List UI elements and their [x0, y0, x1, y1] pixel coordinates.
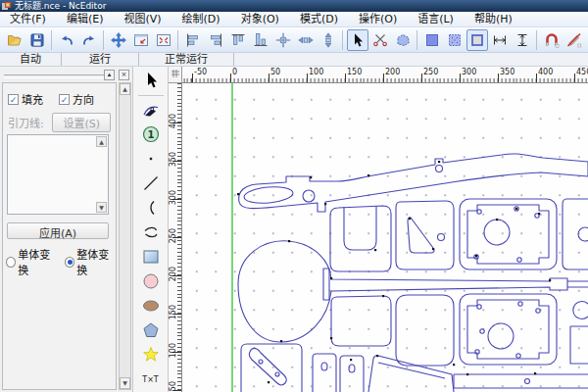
tool-circle[interactable] [138, 270, 164, 293]
toolbar-separator [536, 30, 537, 50]
menu-item-v[interactable]: 视图(V) [116, 12, 169, 26]
select-arrow-button[interactable] [347, 29, 368, 51]
cut-point-button[interactable] [369, 29, 391, 51]
vruler-label: 100 [169, 343, 177, 358]
menu-item-d[interactable]: 模式(D) [292, 12, 346, 26]
listbox-scroll-down-icon[interactable]: ▼ [96, 202, 107, 213]
menu-item-d[interactable]: 绘制(D) [174, 12, 228, 26]
polygon-tool-icon [142, 321, 160, 339]
fit-horizontal-icon [492, 32, 508, 48]
nudge-horizontal-button[interactable] [295, 29, 317, 51]
save-button[interactable] [26, 29, 48, 51]
hruler-label: 300 [462, 68, 476, 76]
panel-scroll-up-icon[interactable]: ▲ [120, 83, 130, 95]
no-lead-button[interactable] [564, 29, 585, 51]
radio-0[interactable]: 单体变换 [6, 246, 57, 277]
drawing-canvas[interactable] [182, 83, 588, 392]
lead-line-row: 引刀线: 设置(S) [8, 113, 111, 132]
lead-settings-button[interactable]: 设置(S) [52, 113, 111, 132]
nudge-horizontal-icon [298, 32, 314, 48]
align-left-button[interactable] [182, 29, 204, 51]
panel-scrollbar[interactable]: ▲ ▼ [119, 82, 131, 390]
undo-icon [59, 32, 74, 48]
rectangle-tool-icon [142, 248, 160, 266]
menu-item-o[interactable]: 操作(O) [351, 12, 405, 26]
tool-arc[interactable] [138, 196, 164, 220]
align-bottom-button[interactable] [250, 29, 271, 51]
menu-item-f[interactable]: 文件(F) [2, 12, 54, 26]
fit-vertical-button[interactable] [512, 29, 533, 51]
tool-text[interactable]: T×T [138, 368, 164, 391]
panel-close-button[interactable]: × [119, 70, 129, 80]
fill-outline-icon [469, 32, 485, 48]
apply-button[interactable]: 应用(A) [7, 222, 109, 239]
zoom-extents-button[interactable] [153, 29, 174, 51]
hruler-label: 200 [385, 68, 400, 76]
radio-circle-icon[interactable] [6, 257, 16, 268]
polyline-tool-icon [142, 223, 160, 241]
vruler-label: 50 [169, 381, 177, 391]
checkbox-0[interactable]: ✓填充 [8, 91, 43, 107]
hruler-tick [269, 74, 270, 82]
radio-1[interactable]: 整体变换 [65, 246, 116, 277]
tool-polygon[interactable] [138, 318, 164, 342]
text-tool-icon: T×T [142, 375, 158, 384]
vruler-label: 150 [169, 305, 177, 319]
panel-dock-button[interactable]: ▴ [104, 70, 115, 80]
region-select-button[interactable] [392, 29, 414, 51]
arc-tool-icon [142, 199, 160, 217]
nudge-vertical-button[interactable] [318, 29, 339, 51]
menu-item-h[interactable]: 帮助(H) [466, 12, 520, 26]
tool-select[interactable] [138, 69, 164, 92]
magnet-snap-button[interactable] [541, 29, 563, 51]
vruler-label: 300 [169, 190, 177, 205]
toolbar-separator [51, 30, 52, 50]
checkbox-1[interactable]: ✓方向 [59, 91, 94, 107]
panel-scroll-down-icon[interactable]: ▼ [120, 377, 130, 389]
mode-field-1[interactable]: 运行 [62, 53, 139, 66]
center-view-button[interactable] [272, 29, 294, 51]
hruler-tick [230, 74, 231, 82]
mode-field-0[interactable]: 自动 [0, 53, 62, 66]
nceditor-window: 无标题.nce - NcEditor 文件(F)编辑(E)视图(V)绘制(D)对… [0, 0, 588, 392]
menu-bar: 文件(F)编辑(E)视图(V)绘制(D)对象(O)模式(D)操作(O)语言(L)… [0, 12, 588, 27]
menu-item-l[interactable]: 语言(L) [410, 12, 462, 26]
window-title: 无标题.nce - NcEditor [15, 0, 106, 12]
tool-node-edit[interactable] [138, 98, 164, 122]
toolbar-group-0 [3, 29, 48, 51]
tool-polyline[interactable] [138, 220, 164, 244]
menu-item-o[interactable]: 对象(O) [233, 12, 287, 26]
checkbox-box-icon[interactable]: ✓ [59, 94, 70, 105]
toolbar-separator [416, 30, 417, 50]
checkbox-box-icon[interactable]: ✓ [8, 94, 19, 105]
radio-circle-icon[interactable] [65, 257, 74, 268]
tool-star[interactable] [138, 343, 164, 367]
menu-item-e[interactable]: 编辑(E) [59, 12, 112, 26]
redo-button[interactable] [78, 29, 100, 51]
palette-separator [138, 95, 164, 96]
tool-point[interactable] [138, 147, 164, 171]
align-top-button[interactable] [227, 29, 249, 51]
lead-line-listbox[interactable]: ▲ ▼ [7, 134, 109, 215]
align-right-button[interactable] [205, 29, 226, 51]
select-arrow-icon [350, 32, 366, 48]
panel-grip[interactable] [4, 74, 104, 78]
main-toolbar [0, 27, 588, 53]
listbox-scroll-up-icon[interactable]: ▲ [96, 136, 107, 147]
zoom-window-button[interactable] [130, 29, 152, 51]
tool-line[interactable] [138, 172, 164, 195]
open-button[interactable] [4, 29, 25, 51]
panel-header[interactable]: ▴ × [0, 69, 133, 81]
fill-solid-button[interactable] [421, 29, 443, 51]
fill-dotted-button[interactable] [444, 29, 466, 51]
undo-button[interactable] [56, 29, 77, 51]
tool-sequence[interactable]: 1 [138, 122, 164, 146]
hruler-label: 0 [232, 68, 237, 76]
tool-ellipse[interactable] [138, 294, 164, 318]
move-view-button[interactable] [108, 29, 129, 51]
checkbox-row: ✓填充✓方向 [8, 91, 94, 107]
fit-horizontal-button[interactable] [489, 29, 511, 51]
mode-field-2[interactable]: 正常运行 [139, 53, 234, 66]
tool-rectangle[interactable] [138, 245, 164, 269]
fill-outline-button[interactable] [466, 29, 488, 51]
